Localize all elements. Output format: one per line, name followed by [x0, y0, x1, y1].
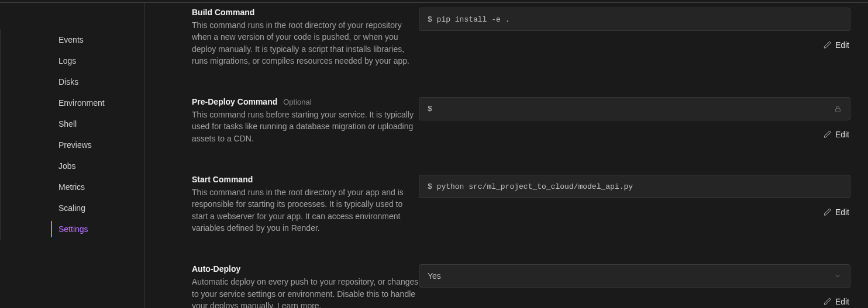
edit-label: Edit [835, 207, 849, 217]
optional-tag: Optional [283, 98, 311, 106]
sidebar-item-previews[interactable]: Previews [51, 134, 144, 155]
sidebar: Events Logs Disks Environment Shell Prev… [0, 3, 145, 308]
start-command-field[interactable]: $ python src/ml_project_to_cloud/model_a… [419, 175, 850, 198]
setting-title: Auto-Deploy [192, 264, 419, 274]
sidebar-item-disks[interactable]: Disks [51, 71, 144, 92]
sidebar-item-label: Events [51, 35, 84, 44]
edit-label: Edit [835, 130, 849, 139]
lock-icon [834, 105, 842, 113]
sidebar-item-label: Logs [51, 56, 76, 65]
build-command-field[interactable]: $ pip install -e . [419, 8, 850, 31]
setting-title: Pre-Deploy Command Optional [192, 97, 419, 106]
edit-button[interactable]: Edit [822, 295, 850, 308]
sidebar-item-shell[interactable]: Shell [51, 113, 144, 134]
svg-rect-0 [836, 109, 841, 112]
sidebar-item-label: Scaling [51, 203, 85, 213]
setting-build-command: Build Command This command runs in the r… [192, 8, 850, 67]
pencil-icon [824, 208, 832, 216]
setting-start-command: Start Command This command runs in the r… [192, 175, 850, 234]
sidebar-item-label: Environment [51, 98, 105, 108]
select-value: Yes [428, 271, 441, 281]
sidebar-item-label: Previews [51, 140, 92, 150]
setting-description: This command runs in the root directory … [192, 186, 419, 234]
sidebar-item-label: Jobs [51, 161, 76, 171]
setting-title: Build Command [192, 8, 419, 17]
sidebar-item-label: Metrics [51, 182, 85, 192]
sidebar-item-label: Shell [51, 119, 77, 129]
learn-more-link[interactable]: Learn more [277, 301, 319, 308]
sidebar-item-metrics[interactable]: Metrics [51, 177, 144, 198]
sidebar-item-logs[interactable]: Logs [51, 50, 144, 71]
setting-pre-deploy-command: Pre-Deploy Command Optional This command… [192, 97, 850, 144]
sidebar-item-jobs[interactable]: Jobs [51, 155, 144, 177]
settings-panel: Build Command This command runs in the r… [145, 3, 868, 308]
pencil-icon [824, 130, 832, 139]
sidebar-nav: Events Logs Disks Environment Shell Prev… [0, 29, 144, 240]
edit-button[interactable]: Edit [822, 127, 850, 141]
pre-deploy-command-field[interactable]: $ [419, 97, 850, 120]
setting-description: This command runs before starting your s… [192, 109, 419, 144]
sidebar-item-settings[interactable]: Settings [51, 219, 144, 240]
sidebar-item-label: Disks [51, 77, 78, 86]
sidebar-item-events[interactable]: Events [51, 29, 144, 50]
edit-label: Edit [835, 40, 849, 50]
setting-description: Automatic deploy on every push to your r… [192, 276, 419, 308]
edit-button[interactable]: Edit [822, 38, 850, 52]
edit-label: Edit [835, 297, 849, 306]
setting-title: Start Command [192, 175, 419, 184]
setting-description: This command runs in the root directory … [192, 19, 419, 67]
setting-auto-deploy: Auto-Deploy Automatic deploy on every pu… [192, 264, 850, 308]
sidebar-item-label: Settings [51, 224, 88, 234]
pencil-icon [824, 41, 832, 49]
auto-deploy-select[interactable]: Yes [419, 264, 850, 288]
pencil-icon [824, 297, 832, 306]
sidebar-item-scaling[interactable]: Scaling [51, 198, 144, 219]
chevron-down-icon [833, 272, 842, 280]
sidebar-item-environment[interactable]: Environment [51, 92, 144, 113]
edit-button[interactable]: Edit [822, 205, 850, 219]
